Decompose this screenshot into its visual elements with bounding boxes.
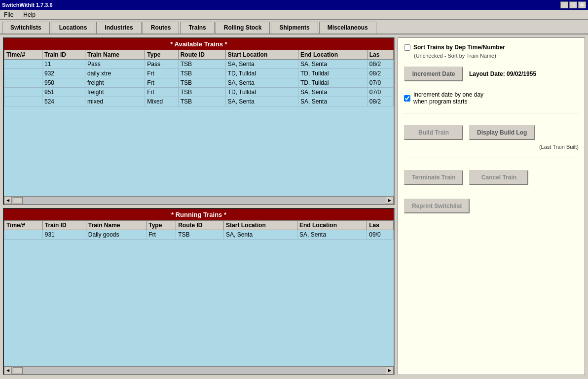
cell-name: freight [85,88,145,97]
increment-day-checkbox[interactable] [404,95,410,102]
tab-industries[interactable]: Industries [96,22,141,34]
window-controls[interactable]: _ □ ✕ [560,1,586,8]
table-row[interactable]: 931 Daily goods Frt TSB SA, Senta SA, Se… [4,230,394,239]
scroll-left-btn[interactable]: ◀ [4,196,12,204]
cell-last: 08/2 [367,69,393,78]
cell-start: TD, Tulldal [225,69,298,78]
sort-section: Sort Trains by Dep Time/Number (Unchecke… [404,44,579,59]
table-row[interactable]: 951 freight Frt TSB TD, Tulldal SA, Sent… [4,88,394,97]
available-trains-title: * Available Trains * [4,38,394,50]
menu-file[interactable]: File [2,11,15,18]
cell-name: mixed [85,97,145,106]
cell-type: Frt [145,88,178,97]
tab-miscellaneous[interactable]: Miscellaneous [319,22,376,34]
table-row[interactable]: 950 freight Frt TSB SA, Senta TD, Tullda… [4,78,394,88]
right-panel: Sort Trains by Dep Time/Number (Unchecke… [398,37,585,375]
running-trains-table-wrapper[interactable]: Time/# Train ID Train Name Type Route ID… [4,220,394,367]
cell-id: 931 [42,230,86,239]
sort-note: (Unchecked - Sort by Train Name) [414,53,579,59]
tab-shipments[interactable]: Shipments [271,22,318,34]
close-btn[interactable]: ✕ [578,1,586,8]
rcol-train-id: Train ID [42,220,86,230]
cancel-train-button[interactable]: Cancel Train [469,170,528,185]
cell-time [4,88,42,97]
terminate-train-button[interactable]: Terminate Train [404,170,463,185]
available-trains-table: Time/# Train ID Train Name Type Route ID… [4,50,394,106]
table-row[interactable]: 524 mixed Mixed TSB SA, Senta SA, Senta … [4,97,394,106]
col-end-location: End Location [298,50,368,60]
cell-name: daily xtre [85,69,145,78]
cell-route: TSB [176,230,224,239]
table-row[interactable]: 932 daily xtre Frt TSB TD, Tulldal TD, T… [4,69,394,78]
rscroll-right-btn[interactable]: ▶ [386,367,394,375]
increment-day-label[interactable]: Increment date by one day when program s… [413,91,483,105]
available-trains-hscroll[interactable]: ◀ ▶ [4,196,394,204]
col-train-name: Train Name [85,50,145,60]
tab-locations[interactable]: Locations [51,22,96,34]
cell-route: TSB [178,69,225,78]
tab-switchlists[interactable]: Switchlists [2,22,50,34]
cell-end: SA, Senta [298,60,368,69]
cell-start: SA, Senta [224,230,297,239]
rcol-start-location: Start Location [224,220,297,230]
increment-date-button[interactable]: Increment Date [404,67,463,81]
last-built-label: (Last Train Built) [539,144,579,150]
cell-start: SA, Senta [225,97,298,106]
build-section: Build Train Display Build Log (Last Trai… [404,125,579,150]
running-trains-section: * Running Trains * Time/# Train ID Train… [3,208,395,376]
rcol-end-location: End Location [297,220,367,230]
running-trains-title: * Running Trains * [4,209,394,220]
cell-time [4,78,42,88]
col-route-id: Route ID [178,50,225,60]
running-trains-hscroll[interactable]: ◀ ▶ [4,366,394,374]
cell-end: TD, Tulldal [298,69,368,78]
col-type: Type [145,50,178,60]
cell-name: Pass [85,60,145,69]
cell-type: Frt [145,78,178,88]
rscroll-thumb[interactable] [13,367,23,374]
cell-end: TD, Tulldal [298,78,368,88]
scroll-track[interactable] [12,197,386,204]
scroll-right-btn[interactable]: ▶ [386,196,394,204]
cell-id: 11 [42,60,85,69]
minimize-btn[interactable]: _ [560,1,568,8]
rcol-route-id: Route ID [176,220,224,230]
col-start-location: Start Location [225,50,298,60]
reprint-switchlist-button[interactable]: Reprint Switchlist [404,199,470,213]
cell-name: freight [85,78,145,88]
rcol-last: Las [367,220,394,230]
rcol-type: Type [147,220,176,230]
rscroll-left-btn[interactable]: ◀ [4,367,12,375]
available-trains-section: * Available Trains * Time/# Train ID Tra… [3,37,395,205]
cell-id: 524 [42,97,85,106]
maximize-btn[interactable]: □ [569,1,577,8]
cell-end: SA, Senta [298,97,368,106]
rcol-train-name: Train Name [86,220,146,230]
cell-type: Pass [145,60,178,69]
sort-checkbox[interactable] [404,44,410,51]
table-row[interactable]: 11 Pass Pass TSB SA, Senta SA, Senta 08/… [4,60,394,69]
menu-help[interactable]: Help [21,11,37,18]
window-title: SwitchWithIt 1.7.3.6 [2,2,53,8]
main-content: * Available Trains * Time/# Train ID Tra… [0,34,588,378]
cell-last: 09/0 [367,230,394,239]
sort-label[interactable]: Sort Trains by Dep Time/Number [413,44,505,51]
build-train-button[interactable]: Build Train [404,125,463,140]
tab-trains[interactable]: Trains [180,22,214,34]
cell-end: SA, Senta [298,88,368,97]
cell-type: Mixed [145,97,178,106]
col-last: Las [367,50,393,60]
cell-last: 08/2 [367,97,393,106]
tab-rolling-stock[interactable]: Rolling Stock [216,22,270,34]
available-trains-table-wrapper[interactable]: Time/# Train ID Train Name Type Route ID… [4,50,394,196]
col-train-id: Train ID [42,50,85,60]
rscroll-track[interactable] [12,367,386,374]
cell-route: TSB [178,97,225,106]
cell-last: 07/0 [367,88,393,97]
terminate-row: Terminate Train Cancel Train [404,170,579,185]
running-trains-table: Time/# Train ID Train Name Type Route ID… [4,220,394,240]
cell-time [4,69,42,78]
scroll-thumb[interactable] [13,197,23,204]
tab-routes[interactable]: Routes [143,22,180,34]
display-build-log-button[interactable]: Display Build Log [469,125,535,140]
